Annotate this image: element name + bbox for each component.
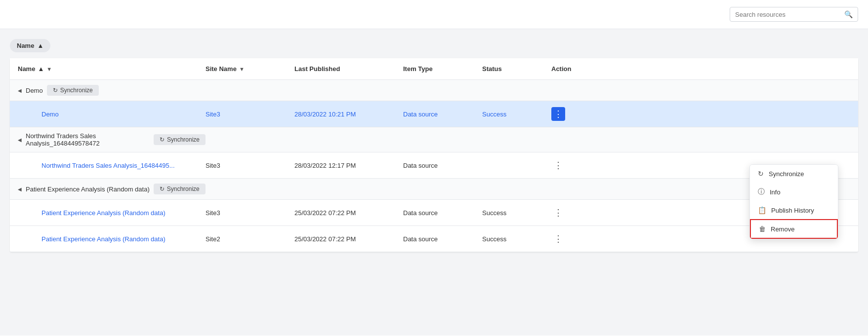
col-site-filter-icon[interactable]: ▼ bbox=[239, 66, 245, 72]
group-label-demo: Demo bbox=[26, 87, 43, 94]
link-demo-1[interactable]: Demo bbox=[30, 111, 59, 118]
cell-patient-1-published: 25/03/2022 07:22 PM bbox=[294, 209, 403, 217]
link-patient-2[interactable]: Patient Experience Analysis (Random data… bbox=[30, 235, 165, 243]
context-menu-synchronize-label: Synchronize bbox=[769, 170, 804, 178]
cell-demo-1-name[interactable]: Demo bbox=[18, 110, 206, 118]
collapse-icon-northwind[interactable]: ◀ bbox=[18, 137, 22, 143]
data-row-demo-1: Demo Site3 28/03/2022 10:21 PM Data sour… bbox=[10, 101, 858, 127]
cell-northwind-1-type: Data source bbox=[403, 162, 482, 169]
group-label-patient: Patient Experience Analysis (Random data… bbox=[26, 186, 150, 193]
cell-patient-1-name[interactable]: Patient Experience Analysis (Random data… bbox=[18, 209, 206, 217]
sync-button-patient[interactable]: ↻ Synchronize bbox=[154, 184, 206, 194]
cell-demo-1-status: Success bbox=[482, 111, 551, 118]
col-head-status: Status bbox=[482, 65, 551, 73]
group-row-patient: ◀ Patient Experience Analysis (Random da… bbox=[10, 179, 858, 200]
table-header: Name ▲ ▼ Site Name ▼ Last Published Item… bbox=[10, 58, 858, 80]
col-head-type: Item Type bbox=[403, 65, 482, 73]
top-bar: 🔍 bbox=[0, 0, 868, 29]
search-input[interactable] bbox=[735, 11, 844, 18]
cell-patient-1-action[interactable]: ⋮ bbox=[551, 206, 591, 220]
sync-icon-patient: ↻ bbox=[160, 186, 165, 192]
data-row-northwind-1: Northwind Traders Sales Analysis_1648449… bbox=[10, 152, 858, 179]
col-head-published: Last Published bbox=[294, 65, 403, 73]
group-name-cell-patient: ◀ Patient Experience Analysis (Random da… bbox=[18, 184, 206, 194]
context-menu-publish-history-label: Publish History bbox=[771, 207, 814, 214]
col-head-site: Site Name ▼ bbox=[206, 65, 294, 73]
link-patient-1[interactable]: Patient Experience Analysis (Random data… bbox=[30, 209, 165, 217]
col-site-label: Site Name bbox=[206, 65, 237, 73]
cell-northwind-1-name[interactable]: Northwind Traders Sales Analysis_1648449… bbox=[18, 161, 206, 169]
cell-patient-2-status: Success bbox=[482, 235, 551, 243]
cell-demo-1-site: Site3 bbox=[206, 111, 294, 118]
collapse-icon-demo[interactable]: ◀ bbox=[18, 88, 22, 93]
link-northwind-1[interactable]: Northwind Traders Sales Analysis_1648449… bbox=[30, 162, 175, 169]
cell-patient-2-action[interactable]: ⋮ bbox=[551, 232, 591, 246]
sort-name-button[interactable]: Name ▲ bbox=[10, 39, 50, 52]
main-content: Name ▲ Name ▲ ▼ Site Name ▼ Last Publish… bbox=[0, 29, 868, 336]
sync-label-northwind: Synchronize bbox=[167, 136, 200, 143]
cell-demo-1-action[interactable]: ⋮ bbox=[551, 107, 591, 121]
sync-menu-icon: ↻ bbox=[758, 170, 764, 178]
sync-button-northwind[interactable]: ↻ Synchronize bbox=[154, 134, 206, 145]
cell-northwind-1-action[interactable]: ⋮ bbox=[551, 158, 591, 172]
context-menu-item-synchronize[interactable]: ↻ Synchronize bbox=[750, 165, 838, 183]
collapse-icon-patient[interactable]: ◀ bbox=[18, 187, 22, 192]
cell-northwind-1-published: 28/03/2022 12:17 PM bbox=[294, 162, 403, 169]
sync-icon-northwind: ↻ bbox=[160, 136, 165, 143]
group-row-demo: ◀ Demo ↻ Synchronize bbox=[10, 80, 858, 101]
cell-patient-2-name[interactable]: Patient Experience Analysis (Random data… bbox=[18, 235, 206, 243]
cell-patient-1-site: Site3 bbox=[206, 209, 294, 217]
col-name-label: Name bbox=[18, 65, 35, 73]
col-type-label: Item Type bbox=[403, 65, 433, 73]
context-menu: ↻ Synchronize ⓘ Info 📋 Publish History 🗑… bbox=[749, 164, 838, 239]
group-name-cell-northwind: ◀ Northwind Traders Sales Analysis_16484… bbox=[18, 132, 206, 147]
sync-label-demo: Synchronize bbox=[60, 87, 93, 94]
filter-bar: Name ▲ bbox=[10, 39, 858, 52]
sort-label: Name bbox=[17, 42, 34, 49]
action-btn-patient-2[interactable]: ⋮ bbox=[551, 232, 565, 246]
cell-demo-1-type: Data source bbox=[403, 111, 482, 118]
col-head-name: Name ▲ ▼ bbox=[18, 65, 206, 73]
cell-patient-2-site: Site2 bbox=[206, 235, 294, 243]
col-action-label: Action bbox=[551, 65, 571, 73]
data-row-patient-1: Patient Experience Analysis (Random data… bbox=[10, 200, 858, 226]
col-name-filter-icon[interactable]: ▼ bbox=[46, 66, 52, 72]
cell-patient-2-published: 25/03/2022 07:22 PM bbox=[294, 235, 403, 243]
cell-patient-1-status: Success bbox=[482, 209, 551, 217]
history-menu-icon: 📋 bbox=[758, 206, 766, 214]
cell-patient-1-type: Data source bbox=[403, 209, 482, 217]
col-name-sort-icon: ▲ bbox=[38, 65, 44, 73]
group-row-northwind: ◀ Northwind Traders Sales Analysis_16484… bbox=[10, 127, 858, 152]
col-published-label: Last Published bbox=[294, 65, 340, 73]
sync-label-patient: Synchronize bbox=[167, 186, 200, 192]
col-head-action: Action bbox=[551, 65, 591, 73]
action-btn-demo-1[interactable]: ⋮ bbox=[551, 107, 565, 121]
cell-patient-2-type: Data source bbox=[403, 235, 482, 243]
sync-icon-demo: ↻ bbox=[53, 87, 58, 94]
sort-arrow-icon: ▲ bbox=[37, 42, 43, 49]
action-btn-patient-1[interactable]: ⋮ bbox=[551, 206, 565, 220]
group-label-northwind: Northwind Traders Sales Analysis_1648449… bbox=[26, 132, 150, 147]
search-box[interactable]: 🔍 bbox=[730, 7, 858, 22]
info-menu-icon: ⓘ bbox=[758, 187, 765, 196]
context-menu-item-publish-history[interactable]: 📋 Publish History bbox=[750, 201, 838, 219]
cell-northwind-1-site: Site3 bbox=[206, 162, 294, 169]
context-menu-remove-label: Remove bbox=[771, 225, 794, 233]
action-btn-northwind-1[interactable]: ⋮ bbox=[551, 158, 565, 172]
col-status-label: Status bbox=[482, 65, 502, 73]
trash-menu-icon: 🗑 bbox=[759, 225, 766, 233]
data-row-patient-2: Patient Experience Analysis (Random data… bbox=[10, 226, 858, 252]
context-menu-item-info[interactable]: ⓘ Info bbox=[750, 183, 838, 201]
context-menu-info-label: Info bbox=[770, 188, 781, 196]
cell-demo-1-published: 28/03/2022 10:21 PM bbox=[294, 111, 403, 118]
sync-button-demo[interactable]: ↻ Synchronize bbox=[47, 85, 99, 96]
group-name-cell-demo: ◀ Demo ↻ Synchronize bbox=[18, 85, 206, 96]
context-menu-item-remove[interactable]: 🗑 Remove bbox=[750, 219, 838, 239]
search-icon: 🔍 bbox=[844, 10, 853, 18]
table-wrapper: Name ▲ ▼ Site Name ▼ Last Published Item… bbox=[10, 58, 858, 252]
